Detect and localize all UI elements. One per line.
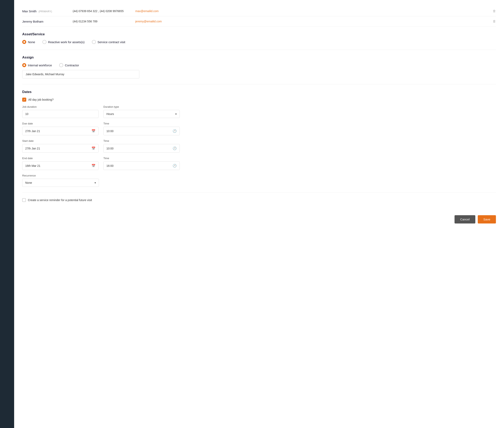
end-time-field: Time 16:00 🕐 bbox=[103, 157, 180, 170]
start-date-calendar-icon[interactable]: 📅 bbox=[92, 147, 95, 150]
asset-reactive-radio[interactable] bbox=[43, 40, 46, 44]
service-reminder-row: Create a service reminder for a potentia… bbox=[22, 198, 496, 202]
start-time-clock-icon[interactable]: 🕐 bbox=[173, 147, 177, 150]
recurrence-chevron-icon: ▾ bbox=[94, 181, 96, 184]
all-day-row: ✓ All day job booking? bbox=[22, 98, 496, 102]
end-date-calendar-icon[interactable]: 📅 bbox=[92, 164, 95, 168]
due-time-input[interactable]: 10:00 🕐 bbox=[103, 127, 180, 135]
end-date-field: End date 16th Mar 21 📅 bbox=[22, 157, 99, 170]
contact-name-2: Jeremy Botham bbox=[22, 20, 67, 23]
contact-email-2: jeremy@emailid.com bbox=[135, 20, 487, 23]
contact-phone-2: (44) 01234 556 789 bbox=[73, 20, 129, 23]
contractor-option[interactable]: Contractor bbox=[59, 63, 79, 67]
asset-service-radio-group: None Reactive work for assets(s) Service… bbox=[22, 40, 496, 44]
due-date-field: Due date 27th Jan 21 📅 bbox=[22, 122, 99, 135]
due-time-label: Time bbox=[103, 122, 180, 125]
due-date-calendar-icon[interactable]: 📅 bbox=[92, 129, 95, 133]
recurrence-select-wrapper[interactable]: None Daily Weekly Monthly ▾ bbox=[22, 179, 99, 187]
all-day-label[interactable]: All day job booking? bbox=[28, 98, 53, 101]
service-reminder-label[interactable]: Create a service reminder for a potentia… bbox=[28, 198, 92, 202]
assign-title: Assign bbox=[22, 56, 496, 59]
contact-phone-1: (44) 07939 654 322 , (44) 0208 9976655 bbox=[73, 9, 129, 13]
end-date-input[interactable]: 16th Mar 21 📅 bbox=[22, 161, 99, 170]
primary-badge: (PRIMARY) bbox=[39, 10, 52, 13]
service-reminder-section: Create a service reminder for a potentia… bbox=[22, 193, 496, 211]
due-date-label: Due date bbox=[22, 122, 99, 125]
service-reminder-checkbox[interactable] bbox=[22, 198, 26, 202]
due-time-clock-icon[interactable]: 🕐 bbox=[173, 129, 177, 133]
start-date-field: Start date 27th Jan 21 📅 bbox=[22, 139, 99, 153]
recurrence-field: Recurrence None Daily Weekly Monthly ▾ bbox=[22, 174, 99, 187]
job-duration-label: Job duration bbox=[22, 105, 99, 108]
assignees-input[interactable] bbox=[22, 70, 139, 78]
main-content: Max Smith (PRIMARY) (44) 07939 654 322 ,… bbox=[14, 0, 504, 428]
internal-workforce-radio[interactable] bbox=[22, 63, 26, 67]
asset-service-section: Asset/Service None Reactive work for ass… bbox=[22, 27, 496, 50]
job-duration-input[interactable]: 10 bbox=[22, 110, 99, 118]
contact-name-1: Max Smith (PRIMARY) bbox=[22, 9, 67, 13]
delete-contact-2-icon[interactable]: 🗑 bbox=[493, 20, 496, 23]
end-time-label: Time bbox=[103, 157, 180, 160]
contact-row-2: Jeremy Botham (44) 01234 556 789 jeremy@… bbox=[22, 16, 496, 27]
start-time-label: Time bbox=[103, 139, 180, 142]
asset-none-option[interactable]: None bbox=[22, 40, 35, 44]
end-time-input[interactable]: 16:00 🕐 bbox=[103, 161, 180, 170]
contractor-radio[interactable] bbox=[59, 63, 63, 67]
end-date-label: End date bbox=[22, 157, 99, 160]
duration-type-label: Duration type bbox=[103, 105, 180, 108]
start-date-label: Start date bbox=[22, 139, 99, 142]
asset-service-title: Asset/Service bbox=[22, 32, 496, 36]
duration-type-chevron-icon: ▾ bbox=[175, 112, 177, 115]
job-duration-field: Job duration 10 bbox=[22, 105, 99, 118]
duration-type-select-wrapper[interactable]: Hours Days Weeks ▾ bbox=[103, 110, 180, 118]
asset-reactive-option[interactable]: Reactive work for assets(s) bbox=[43, 40, 85, 44]
start-date-input[interactable]: 27th Jan 21 📅 bbox=[22, 144, 99, 153]
sidebar bbox=[0, 0, 14, 428]
due-time-field: Time 10:00 🕐 bbox=[103, 122, 180, 135]
cancel-button[interactable]: Cancel bbox=[454, 215, 475, 223]
check-icon: ✓ bbox=[23, 98, 26, 101]
duration-type-select[interactable]: Hours Days Weeks bbox=[106, 112, 175, 115]
contact-row-1: Max Smith (PRIMARY) (44) 07939 654 322 ,… bbox=[22, 6, 496, 16]
footer-actions: Cancel Save bbox=[22, 211, 496, 223]
asset-service-contract-option[interactable]: Service contract visit bbox=[92, 40, 125, 44]
duration-type-field: Duration type Hours Days Weeks ▾ bbox=[103, 105, 180, 118]
save-button[interactable]: Save bbox=[478, 215, 496, 223]
all-day-checkbox[interactable]: ✓ bbox=[22, 98, 26, 102]
recurrence-label: Recurrence bbox=[22, 174, 99, 177]
assign-radio-group: Internal workforce Contractor bbox=[22, 63, 496, 67]
start-time-field: Time 10:00 🕐 bbox=[103, 139, 180, 153]
due-date-input[interactable]: 27th Jan 21 📅 bbox=[22, 127, 99, 135]
asset-service-contract-radio[interactable] bbox=[92, 40, 96, 44]
form-container: Max Smith (PRIMARY) (44) 07939 654 322 ,… bbox=[14, 0, 504, 428]
contact-email-1: max@emailid.com bbox=[135, 9, 487, 13]
dates-form-grid: Job duration 10 Duration type Hours bbox=[22, 105, 180, 170]
internal-workforce-option[interactable]: Internal workforce bbox=[22, 63, 52, 67]
assign-section: Assign Internal workforce Contractor bbox=[22, 50, 496, 84]
start-time-input[interactable]: 10:00 🕐 bbox=[103, 144, 180, 153]
end-time-clock-icon[interactable]: 🕐 bbox=[173, 164, 177, 168]
recurrence-select[interactable]: None Daily Weekly Monthly bbox=[25, 181, 94, 184]
delete-contact-1-icon[interactable]: 🗑 bbox=[493, 9, 496, 13]
asset-none-radio[interactable] bbox=[22, 40, 26, 44]
dates-section: Dates ✓ All day job booking? Job duratio… bbox=[22, 84, 496, 193]
dates-title: Dates bbox=[22, 90, 496, 94]
